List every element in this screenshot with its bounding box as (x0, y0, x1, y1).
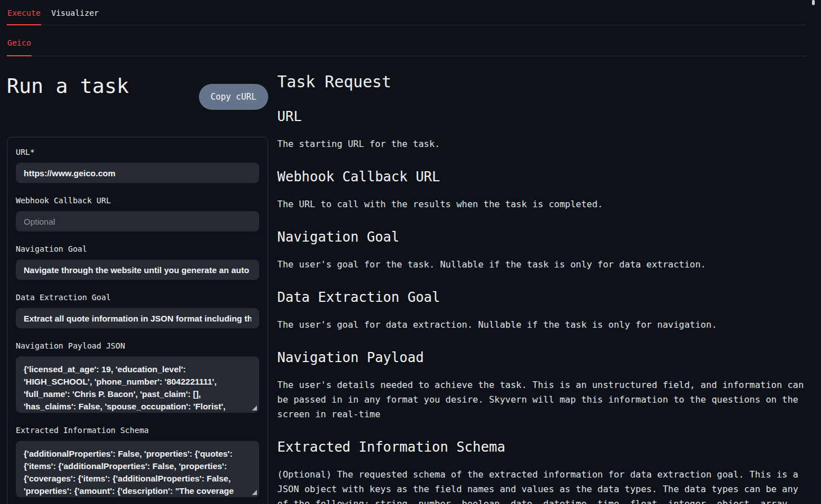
extracted-schema-textarea[interactable]: {'additionalProperties': False, 'propert… (16, 441, 259, 497)
navigation-payload-label: Navigation Payload JSON (16, 341, 259, 350)
navigation-payload-textarea[interactable]: {'licensed_at_age': 19, 'education_level… (16, 356, 259, 413)
tab-geico[interactable]: Geico (7, 25, 32, 56)
scrollbar-thumb[interactable] (812, 0, 815, 5)
extracted-schema-wrap: {'additionalProperties': False, 'propert… (16, 441, 259, 497)
tab-visualizer[interactable]: Visualizer (51, 0, 99, 25)
task-form-card: URL* Webhook Callback URL Navigation Goa… (7, 137, 268, 504)
data-extraction-goal-input[interactable] (16, 308, 259, 328)
navigation-payload-wrap: {'licensed_at_age': 19, 'education_level… (16, 356, 259, 413)
doc-heading-webhook: Webhook Callback URL (277, 169, 807, 185)
doc-heading-extracted-schema: Extracted Information Schema (277, 439, 807, 455)
resize-handle-icon[interactable] (252, 405, 257, 411)
resize-handle-icon[interactable] (252, 490, 257, 495)
doc-body-data-extraction-goal: The user's goal for data extraction. Nul… (277, 318, 807, 332)
doc-heading-data-extraction-goal: Data Extraction Goal (277, 289, 807, 305)
doc-body-webhook: The URL to call with the results when th… (277, 197, 807, 212)
doc-body-navigation-payload: The user's details needed to achieve the… (277, 378, 807, 422)
url-input[interactable] (16, 163, 259, 183)
webhook-url-input[interactable] (16, 211, 259, 231)
task-tabbar: Geico (7, 25, 806, 56)
extracted-schema-label: Extracted Information Schema (16, 426, 259, 435)
doc-body-extracted-schema: (Optional) The requested schema of the e… (277, 467, 807, 504)
doc-body-url: The starting URL for the task. (277, 137, 807, 151)
run-task-panel: Run a task Copy cURL URL* Webhook Callba… (7, 56, 268, 504)
navigation-goal-input[interactable] (16, 260, 259, 280)
url-label: URL* (16, 148, 259, 157)
docs-title: Task Request (277, 73, 807, 91)
run-task-header: Run a task Copy cURL (7, 73, 268, 126)
tab-execute[interactable]: Execute (7, 0, 41, 25)
doc-body-navigation-goal: The user's goal for the task. Nullable i… (277, 257, 807, 272)
copy-curl-button[interactable]: Copy cURL (199, 84, 268, 110)
main-content: Run a task Copy cURL URL* Webhook Callba… (0, 56, 821, 504)
webhook-url-label: Webhook Callback URL (16, 196, 259, 205)
doc-heading-url: URL (277, 109, 807, 124)
doc-heading-navigation-payload: Navigation Payload (277, 350, 807, 365)
main-tabbar: Execute Visualizer (7, 0, 806, 25)
navigation-goal-label: Navigation Goal (16, 244, 259, 253)
data-extraction-goal-label: Data Extraction Goal (16, 293, 259, 302)
task-request-docs: Task Request URL The starting URL for th… (277, 56, 807, 504)
doc-heading-navigation-goal: Navigation Goal (277, 229, 807, 245)
